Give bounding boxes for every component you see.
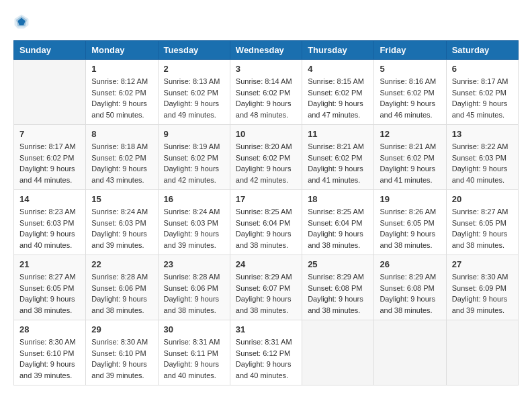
calendar-cell: 21Sunrise: 8:27 AM Sunset: 6:05 PM Dayli… [14, 255, 86, 320]
day-info: Sunrise: 8:23 AM Sunset: 6:03 PM Dayligh… [19, 206, 80, 250]
calendar-cell: 7Sunrise: 8:17 AM Sunset: 6:02 PM Daylig… [14, 125, 86, 190]
day-number: 22 [91, 259, 152, 269]
calendar-header: SundayMondayTuesdayWednesdayThursdayFrid… [14, 41, 519, 60]
day-info: Sunrise: 8:21 AM Sunset: 6:02 PM Dayligh… [308, 141, 368, 185]
day-info: Sunrise: 8:18 AM Sunset: 6:02 PM Dayligh… [91, 141, 152, 185]
weekday-header: Monday [86, 41, 158, 60]
calendar-cell: 22Sunrise: 8:28 AM Sunset: 6:06 PM Dayli… [86, 255, 158, 320]
weekday-header: Tuesday [158, 41, 230, 60]
day-info: Sunrise: 8:22 AM Sunset: 6:03 PM Dayligh… [452, 141, 513, 185]
calendar-cell: 31Sunrise: 8:31 AM Sunset: 6:12 PM Dayli… [230, 320, 302, 385]
day-info: Sunrise: 8:30 AM Sunset: 6:10 PM Dayligh… [91, 336, 152, 381]
day-number: 8 [91, 129, 152, 139]
calendar-cell: 28Sunrise: 8:30 AM Sunset: 6:10 PM Dayli… [14, 320, 86, 385]
weekday-header: Saturday [446, 41, 518, 60]
day-number: 9 [164, 129, 224, 139]
calendar-cell: 26Sunrise: 8:29 AM Sunset: 6:08 PM Dayli… [374, 255, 446, 320]
day-number: 28 [19, 324, 80, 334]
day-number: 24 [236, 259, 296, 269]
calendar-cell: 12Sunrise: 8:21 AM Sunset: 6:02 PM Dayli… [374, 125, 446, 190]
calendar-table: SundayMondayTuesdayWednesdayThursdayFrid… [13, 40, 519, 385]
day-number: 29 [91, 324, 152, 334]
calendar-cell: 4Sunrise: 8:15 AM Sunset: 6:02 PM Daylig… [302, 60, 374, 125]
day-info: Sunrise: 8:29 AM Sunset: 6:08 PM Dayligh… [380, 271, 440, 316]
day-info: Sunrise: 8:25 AM Sunset: 6:04 PM Dayligh… [236, 206, 296, 250]
day-number: 19 [380, 194, 440, 204]
day-number: 10 [236, 129, 296, 139]
day-number: 13 [452, 129, 513, 139]
calendar-cell: 16Sunrise: 8:24 AM Sunset: 6:03 PM Dayli… [158, 190, 230, 255]
day-info: Sunrise: 8:24 AM Sunset: 6:03 PM Dayligh… [91, 206, 152, 250]
day-number: 25 [308, 259, 368, 269]
day-info: Sunrise: 8:31 AM Sunset: 6:12 PM Dayligh… [236, 336, 296, 381]
calendar-cell: 18Sunrise: 8:25 AM Sunset: 6:04 PM Dayli… [302, 190, 374, 255]
day-number: 30 [164, 324, 224, 334]
day-number: 7 [19, 129, 80, 139]
day-number: 15 [91, 194, 152, 204]
day-number: 27 [452, 259, 513, 269]
calendar-cell: 27Sunrise: 8:30 AM Sunset: 6:09 PM Dayli… [446, 255, 518, 320]
logo [13, 13, 32, 30]
day-info: Sunrise: 8:29 AM Sunset: 6:08 PM Dayligh… [308, 271, 368, 316]
calendar-cell: 11Sunrise: 8:21 AM Sunset: 6:02 PM Dayli… [302, 125, 374, 190]
calendar-cell: 23Sunrise: 8:28 AM Sunset: 6:06 PM Dayli… [158, 255, 230, 320]
calendar-cell: 9Sunrise: 8:19 AM Sunset: 6:02 PM Daylig… [158, 125, 230, 190]
weekday-header: Friday [374, 41, 446, 60]
calendar-week: 28Sunrise: 8:30 AM Sunset: 6:10 PM Dayli… [14, 320, 519, 385]
day-number: 4 [308, 64, 368, 74]
calendar-week: 1Sunrise: 8:12 AM Sunset: 6:02 PM Daylig… [14, 60, 519, 125]
day-info: Sunrise: 8:12 AM Sunset: 6:02 PM Dayligh… [91, 76, 152, 120]
day-info: Sunrise: 8:28 AM Sunset: 6:06 PM Dayligh… [164, 271, 224, 316]
calendar-cell: 17Sunrise: 8:25 AM Sunset: 6:04 PM Dayli… [230, 190, 302, 255]
day-info: Sunrise: 8:16 AM Sunset: 6:02 PM Dayligh… [380, 76, 440, 120]
weekday-row: SundayMondayTuesdayWednesdayThursdayFrid… [14, 41, 519, 60]
day-info: Sunrise: 8:17 AM Sunset: 6:02 PM Dayligh… [19, 141, 80, 185]
day-info: Sunrise: 8:25 AM Sunset: 6:04 PM Dayligh… [308, 206, 368, 250]
day-info: Sunrise: 8:27 AM Sunset: 6:05 PM Dayligh… [452, 206, 513, 250]
calendar-cell: 29Sunrise: 8:30 AM Sunset: 6:10 PM Dayli… [86, 320, 158, 385]
calendar-cell: 10Sunrise: 8:20 AM Sunset: 6:02 PM Dayli… [230, 125, 302, 190]
calendar-cell: 2Sunrise: 8:13 AM Sunset: 6:02 PM Daylig… [158, 60, 230, 125]
day-info: Sunrise: 8:31 AM Sunset: 6:11 PM Dayligh… [164, 336, 224, 381]
day-info: Sunrise: 8:20 AM Sunset: 6:02 PM Dayligh… [236, 141, 296, 185]
day-number: 17 [236, 194, 296, 204]
day-info: Sunrise: 8:15 AM Sunset: 6:02 PM Dayligh… [308, 76, 368, 120]
day-info: Sunrise: 8:19 AM Sunset: 6:02 PM Dayligh… [164, 141, 224, 185]
day-number: 21 [19, 259, 80, 269]
day-number: 12 [380, 129, 440, 139]
calendar-cell: 5Sunrise: 8:16 AM Sunset: 6:02 PM Daylig… [374, 60, 446, 125]
calendar-cell: 19Sunrise: 8:26 AM Sunset: 6:05 PM Dayli… [374, 190, 446, 255]
day-number: 1 [91, 64, 152, 74]
calendar-week: 7Sunrise: 8:17 AM Sunset: 6:02 PM Daylig… [14, 125, 519, 190]
day-number: 2 [164, 64, 224, 74]
logo-icon [13, 13, 30, 30]
day-number: 18 [308, 194, 368, 204]
day-info: Sunrise: 8:30 AM Sunset: 6:09 PM Dayligh… [452, 271, 513, 316]
day-number: 31 [236, 324, 296, 334]
calendar-cell: 1Sunrise: 8:12 AM Sunset: 6:02 PM Daylig… [86, 60, 158, 125]
day-info: Sunrise: 8:28 AM Sunset: 6:06 PM Dayligh… [91, 271, 152, 316]
calendar-cell: 6Sunrise: 8:17 AM Sunset: 6:02 PM Daylig… [446, 60, 518, 125]
day-number: 3 [236, 64, 296, 74]
day-number: 6 [452, 64, 513, 74]
day-info: Sunrise: 8:21 AM Sunset: 6:02 PM Dayligh… [380, 141, 440, 185]
calendar-cell [302, 320, 374, 385]
calendar-cell [374, 320, 446, 385]
weekday-header: Thursday [302, 41, 374, 60]
calendar-cell: 20Sunrise: 8:27 AM Sunset: 6:05 PM Dayli… [446, 190, 518, 255]
day-info: Sunrise: 8:14 AM Sunset: 6:02 PM Dayligh… [236, 76, 296, 120]
calendar-cell: 8Sunrise: 8:18 AM Sunset: 6:02 PM Daylig… [86, 125, 158, 190]
day-number: 16 [164, 194, 224, 204]
day-info: Sunrise: 8:24 AM Sunset: 6:03 PM Dayligh… [164, 206, 224, 250]
weekday-header: Wednesday [230, 41, 302, 60]
calendar-cell [446, 320, 518, 385]
day-info: Sunrise: 8:30 AM Sunset: 6:10 PM Dayligh… [19, 336, 80, 381]
calendar-cell: 3Sunrise: 8:14 AM Sunset: 6:02 PM Daylig… [230, 60, 302, 125]
day-number: 20 [452, 194, 513, 204]
calendar-cell: 24Sunrise: 8:29 AM Sunset: 6:07 PM Dayli… [230, 255, 302, 320]
calendar-cell: 14Sunrise: 8:23 AM Sunset: 6:03 PM Dayli… [14, 190, 86, 255]
day-info: Sunrise: 8:17 AM Sunset: 6:02 PM Dayligh… [452, 76, 513, 120]
day-info: Sunrise: 8:29 AM Sunset: 6:07 PM Dayligh… [236, 271, 296, 316]
calendar-body: 1Sunrise: 8:12 AM Sunset: 6:02 PM Daylig… [14, 60, 519, 385]
day-number: 5 [380, 64, 440, 74]
